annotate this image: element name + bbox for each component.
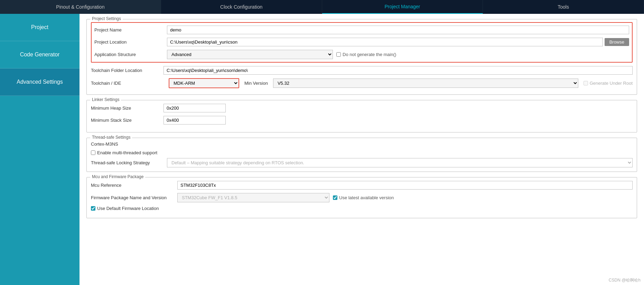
firmware-package-row: Firmware Package Name and Version STM32C… (91, 193, 633, 202)
project-settings-title: Project Settings (90, 16, 123, 21)
tab-clock[interactable]: Clock Configuration (161, 0, 322, 14)
content-area: Project Settings Project Name Project Lo… (80, 14, 644, 285)
use-latest-checkbox[interactable] (333, 195, 337, 200)
min-heap-label: Minimum Heap Size (91, 105, 164, 111)
watermark-text: CSDN @哈啊哈h (609, 278, 641, 283)
min-heap-row: Minimum Heap Size (91, 104, 633, 112)
application-structure-label: Application Structure (94, 52, 167, 57)
enable-multithreaded-label: Enable multi-threaded support (97, 150, 157, 155)
use-default-location-checkbox[interactable] (91, 206, 95, 211)
mcu-firmware-title: Mcu and Firmware Package (90, 174, 145, 179)
locking-strategy-row: Thread-safe Locking Strategy Default – M… (91, 158, 633, 167)
sidebar-item-code-generator[interactable]: Code Generator (0, 41, 80, 68)
toolchain-ide-label: Toolchain / IDE (91, 81, 164, 86)
min-version-select[interactable]: V5.32 (273, 79, 578, 88)
min-stack-input[interactable] (164, 116, 226, 125)
linker-settings-title: Linker Settings (90, 97, 121, 102)
tab-tools[interactable]: Tools (483, 0, 644, 14)
tab-clock-label: Clock Configuration (220, 4, 262, 10)
generate-under-root-checkbox[interactable] (584, 81, 588, 85)
tab-pinout-label: Pinout & Configuration (56, 4, 104, 10)
project-location-row: Project Location Browse (94, 38, 629, 46)
use-default-location-row: Use Default Firmware Location (91, 206, 633, 211)
toolchain-ide-select[interactable]: MDK-ARM (169, 79, 239, 88)
mcu-reference-input[interactable] (177, 181, 633, 190)
use-latest-label: Use latest available version (339, 195, 394, 200)
toolchain-folder-row: Toolchain Folder Location (91, 66, 633, 75)
min-stack-row: Minimum Stack Size (91, 116, 633, 125)
project-settings-highlight-box: Project Name Project Location Browse App… (91, 22, 633, 63)
main-layout: Project Code Generator Advanced Settings… (0, 14, 644, 285)
tab-tools-label: Tools (558, 4, 569, 10)
sidebar: Project Code Generator Advanced Settings (0, 14, 80, 285)
application-structure-row: Application Structure Advanced Do not ge… (94, 50, 629, 59)
toolchain-folder-label: Toolchain Folder Location (91, 68, 164, 73)
use-latest-checkbox-label[interactable]: Use latest available version (333, 195, 394, 200)
tab-project-manager[interactable]: Project Manager (322, 0, 483, 14)
tab-pinout[interactable]: Pinout & Configuration (0, 0, 161, 14)
firmware-package-select[interactable]: STM32Cube FW_F1 V1.8.5 (177, 193, 329, 202)
min-heap-input[interactable] (164, 104, 226, 112)
mcu-reference-label: Mcu Reference (91, 183, 177, 188)
generate-under-root-row: Generate Under Root (584, 81, 633, 86)
project-name-row: Project Name (94, 26, 629, 34)
project-name-label: Project Name (94, 27, 167, 33)
enable-multithreaded-row: Enable multi-threaded support (91, 150, 633, 155)
tab-project-manager-label: Project Manager (385, 4, 420, 9)
footer-watermark: CSDN @哈啊哈h (609, 277, 641, 283)
sidebar-item-advanced-settings-label: Advanced Settings (17, 79, 63, 85)
sidebar-item-project-label: Project (31, 24, 48, 30)
locking-strategy-select[interactable]: Default – Mapping suitable strategy depe… (167, 158, 633, 167)
do-not-generate-main-text: Do not generate the main() (343, 52, 396, 57)
do-not-generate-main-checkbox[interactable] (336, 52, 341, 57)
toolchain-folder-input[interactable] (164, 66, 633, 75)
min-version-label: Min Version (244, 81, 268, 86)
generate-under-root-label: Generate Under Root (590, 81, 633, 86)
toolchain-ide-row: Toolchain / IDE MDK-ARM Min Version V5.3… (91, 78, 633, 88)
project-location-input[interactable] (167, 38, 603, 46)
toolchain-ide-select-box: MDK-ARM (169, 78, 239, 88)
locking-strategy-label: Thread-safe Locking Strategy (91, 160, 164, 165)
sidebar-item-advanced-settings[interactable]: Advanced Settings (0, 68, 80, 96)
browse-button[interactable]: Browse (605, 38, 629, 46)
cortex-label: Cortex-M3NS (91, 141, 118, 147)
application-structure-select[interactable]: Advanced (167, 50, 333, 59)
min-stack-label: Minimum Stack Size (91, 118, 164, 123)
project-location-label: Project Location (94, 39, 167, 45)
sidebar-item-project[interactable]: Project (0, 14, 80, 41)
thread-safe-settings-title: Thread-safe Settings (90, 135, 132, 140)
project-name-input[interactable] (167, 26, 629, 34)
cortex-row: Cortex-M3NS (91, 141, 633, 147)
sidebar-item-code-generator-label: Code Generator (20, 52, 60, 57)
mcu-reference-row: Mcu Reference (91, 181, 633, 190)
top-tab-bar: Pinout & Configuration Clock Configurati… (0, 0, 644, 14)
do-not-generate-main-checkbox-label[interactable]: Do not generate the main() (336, 52, 396, 57)
use-default-location-label: Use Default Firmware Location (97, 206, 159, 211)
enable-multithreaded-checkbox[interactable] (91, 150, 95, 155)
firmware-package-label: Firmware Package Name and Version (91, 195, 177, 200)
